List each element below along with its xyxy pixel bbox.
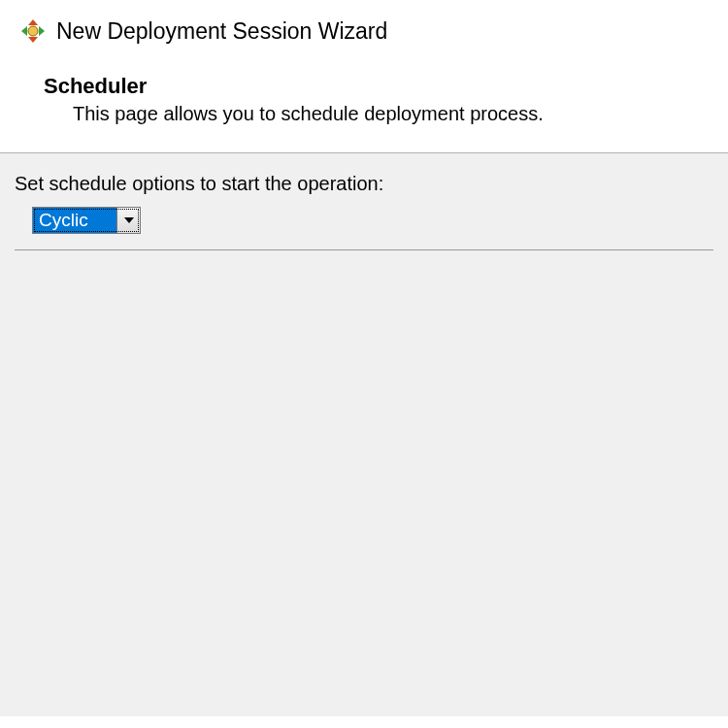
schedule-dropdown-value: Cyclic xyxy=(33,208,116,233)
svg-marker-1 xyxy=(28,37,38,43)
wizard-icon xyxy=(19,17,47,45)
schedule-dropdown-button[interactable] xyxy=(116,208,140,233)
page-description: This page allows you to schedule deploym… xyxy=(73,103,709,125)
svg-marker-3 xyxy=(39,26,45,36)
svg-point-4 xyxy=(28,26,38,36)
content-area: Set schedule options to start the operat… xyxy=(0,153,728,716)
schedule-dropdown-wrap: Cyclic xyxy=(32,207,141,234)
title-row: New Deployment Session Wizard xyxy=(19,17,709,45)
window-title: New Deployment Session Wizard xyxy=(56,18,387,45)
wizard-header: New Deployment Session Wizard Scheduler … xyxy=(0,0,728,152)
chevron-down-icon xyxy=(124,217,134,223)
svg-marker-0 xyxy=(28,19,38,25)
schedule-dropdown[interactable]: Cyclic xyxy=(32,207,141,234)
content-divider xyxy=(15,249,713,250)
schedule-option-label: Set schedule options to start the operat… xyxy=(15,173,713,195)
svg-marker-2 xyxy=(21,26,27,36)
page-heading: Scheduler xyxy=(44,74,709,99)
